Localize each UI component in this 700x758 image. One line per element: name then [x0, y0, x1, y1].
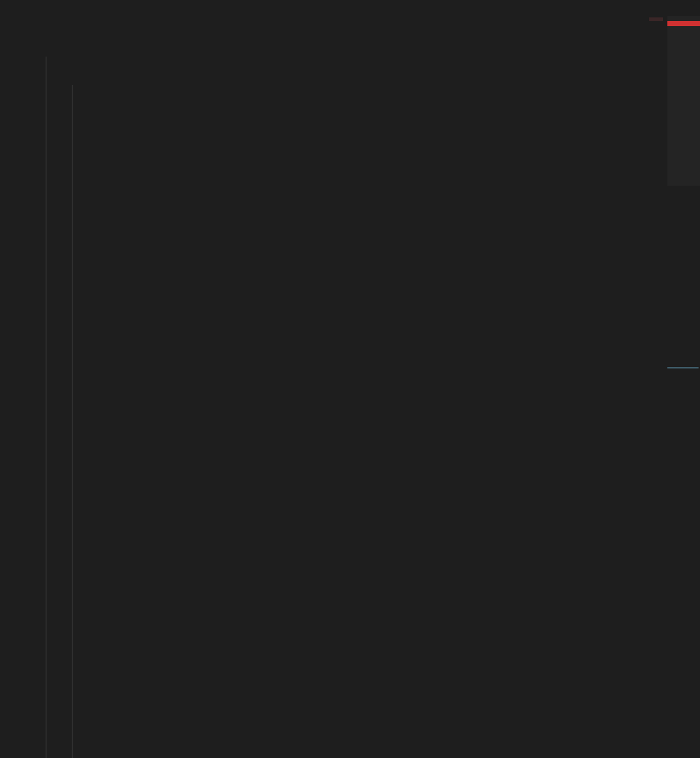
minimap-end-marker — [667, 367, 699, 368]
editor-error-decoration — [649, 17, 663, 21]
indent-guide — [72, 85, 73, 758]
minimap-slider[interactable] — [667, 13, 700, 186]
breadcrumb — [0, 0, 700, 16]
indent-guide — [46, 57, 46, 758]
minimap[interactable] — [667, 0, 700, 758]
code-editor-window — [0, 0, 700, 758]
minimap-error-marker — [667, 21, 700, 26]
